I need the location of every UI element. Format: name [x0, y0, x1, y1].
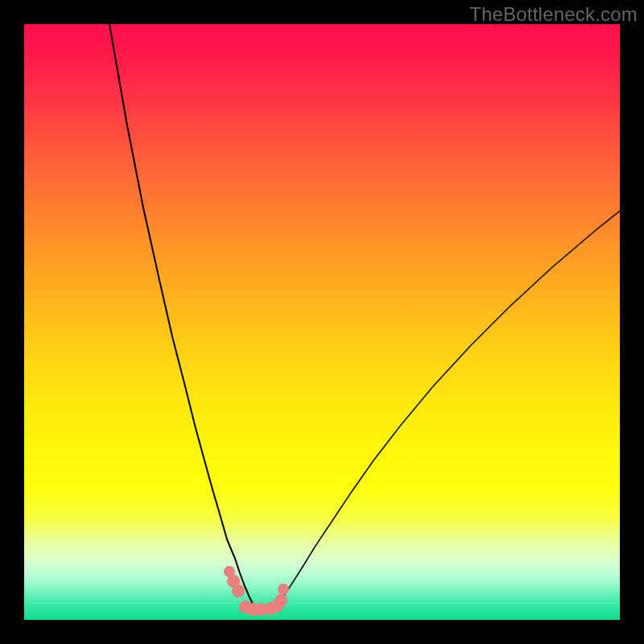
bottom-point-dot — [275, 594, 287, 607]
bottom-point-dot — [232, 584, 245, 597]
watermark-text: TheBottleneck.com — [469, 3, 638, 26]
bottom-points — [224, 566, 289, 616]
curve-right-branch — [275, 211, 620, 607]
curve-left-branch — [109, 24, 254, 607]
chart-frame: TheBottleneck.com — [0, 0, 644, 644]
plot-area — [24, 24, 620, 620]
bottom-point-dot — [278, 584, 289, 595]
curve-svg — [24, 24, 620, 620]
